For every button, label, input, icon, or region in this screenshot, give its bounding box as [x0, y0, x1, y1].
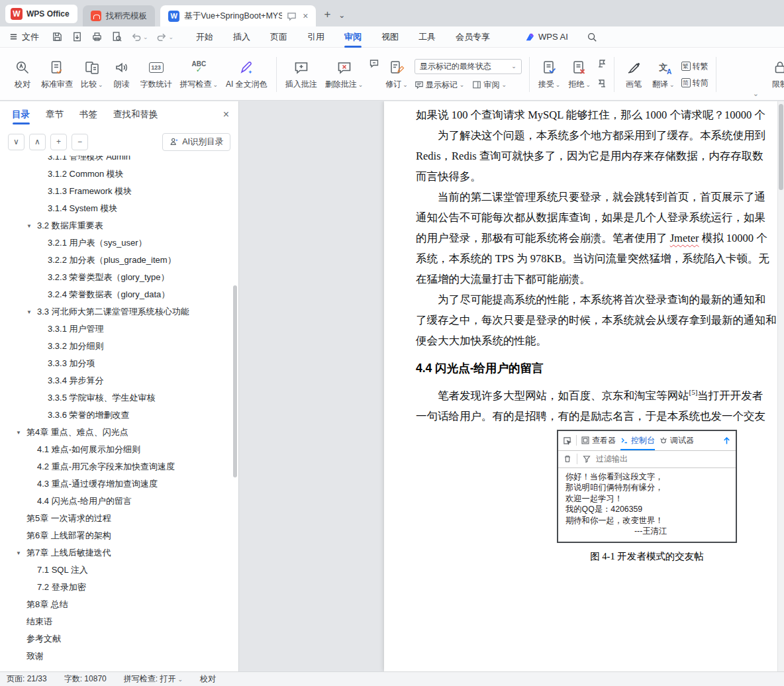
word-count-button[interactable]: 123 字数统计	[136, 51, 176, 98]
toc-item[interactable]: ▼第7章 上线后敏捷迭代	[0, 544, 238, 562]
toc-item[interactable]: 第5章 一次请求的过程	[0, 510, 238, 527]
toc-item[interactable]: 4.2 重点-用冗余字段来加快查询速度	[0, 458, 238, 475]
menu-tab-view[interactable]: 视图	[381, 26, 399, 48]
ai-recognize-toc-button[interactable]: AI识别目录	[162, 133, 230, 151]
word-count-indicator[interactable]: 字数: 10870	[64, 673, 107, 685]
tab-list-icon[interactable]: ⌄	[338, 11, 345, 20]
compare-button[interactable]: 比较⌄	[77, 51, 107, 98]
standard-review-button[interactable]: 标准审查	[37, 51, 77, 98]
toc-item[interactable]: 4.3 重点-通过缓存增加查询速度	[0, 475, 238, 493]
toc-expand-icon[interactable]: ▼	[26, 223, 37, 229]
toc-item[interactable]: ▼3.2 数据库重要表	[0, 217, 238, 234]
export-pdf-icon[interactable]	[71, 31, 83, 43]
delete-comment-button[interactable]: 删除批注⌄	[321, 51, 368, 98]
toc-item[interactable]: 3.2.1 用户表（sys_user）	[0, 234, 238, 252]
toc-item[interactable]: 3.2.3 荣誉类型表（glory_type）	[0, 269, 238, 286]
document-tab[interactable]: W 基于Vue+SpringBoot+MYS ×	[160, 5, 316, 26]
page-indicator[interactable]: 页面: 21/33	[7, 673, 47, 685]
toc-item[interactable]: 3.1.4 System 模块	[0, 200, 238, 217]
toc-item[interactable]: 第8章 总结	[0, 596, 238, 613]
collapse-ribbon-icon[interactable]: ⌄	[753, 89, 759, 98]
toc-item[interactable]: 3.3.1 用户管理	[0, 320, 238, 338]
toc-expand-icon[interactable]: ▼	[16, 550, 26, 556]
toc-item[interactable]: 3.3.3 加分项	[0, 355, 238, 372]
previous-change-icon[interactable]	[595, 56, 609, 71]
toc-item[interactable]: 3.3.6 荣誉的增删改查	[0, 407, 238, 424]
toc-item[interactable]: 3.2.2 加分表（plus_grade_item）	[0, 252, 238, 269]
toc-expand-icon[interactable]: ▼	[16, 430, 26, 436]
accept-button[interactable]: 接受⌄	[534, 51, 565, 98]
file-menu-button[interactable]: 文件	[9, 31, 39, 43]
document-scrollbar[interactable]	[777, 101, 784, 671]
pane-tab-chapters[interactable]: 章节	[46, 101, 64, 128]
devtools-screenshot[interactable]: 查看器 控制台 调试器	[557, 430, 737, 543]
spell-check-button[interactable]: ABC✓ 拼写检查⌄	[176, 51, 222, 98]
menu-tab-insert[interactable]: 插入	[233, 26, 250, 48]
toc-item[interactable]: 3.1.3 Framework 模块	[0, 183, 238, 200]
toc-item[interactable]: 第6章 上线部署的架构	[0, 527, 238, 544]
track-changes-button[interactable]: 修订⌄	[381, 51, 412, 98]
expand-all-button[interactable]: ∧	[29, 134, 46, 150]
menu-tab-member[interactable]: 会员专享	[456, 26, 490, 48]
to-simplified-button[interactable]: 简 转简	[681, 77, 709, 89]
zoom-out-level-button[interactable]: −	[72, 134, 88, 150]
wps-ai-button[interactable]: WPS AI	[524, 32, 568, 42]
toc-item[interactable]: 3.3.5 学院审核、学生处审核	[0, 389, 238, 407]
toc-item[interactable]: 3.3.2 加分细则	[0, 338, 238, 355]
spellcheck-indicator[interactable]: 拼写检查: 打开⌄	[124, 673, 183, 685]
markup-state-dropdown[interactable]: 显示标记的最终状态 ⌄	[415, 59, 522, 74]
toc-item[interactable]: 参考文献	[0, 630, 238, 648]
insert-comment-button[interactable]: 插入批注	[281, 51, 321, 98]
toc-item[interactable]: 7.2 登录加密	[0, 579, 238, 596]
translate-button[interactable]: 文A 翻译⌄	[648, 51, 679, 98]
menu-tab-reference[interactable]: 引用	[307, 26, 324, 48]
docer-template-tab[interactable]: 找稻壳模板	[83, 5, 156, 26]
sidebar-scrollbar[interactable]	[233, 285, 237, 477]
menu-tab-home[interactable]: 开始	[196, 26, 213, 48]
toc-item[interactable]: 3.1.2 Common 模块	[0, 166, 238, 183]
reject-button[interactable]: 拒绝⌄	[564, 51, 595, 98]
new-tab-button[interactable]: +	[324, 8, 330, 21]
toc-expand-icon[interactable]: ▼	[26, 309, 37, 315]
pane-tab-toc[interactable]: 目录	[12, 101, 30, 128]
save-icon[interactable]	[51, 31, 63, 43]
pane-tab-bookmarks[interactable]: 书签	[79, 101, 97, 128]
scrollbar-thumb[interactable]	[779, 104, 783, 190]
toc-item[interactable]: 4.4 闪光点-给用户的留言	[0, 493, 238, 510]
goto-comment-icon[interactable]	[367, 56, 381, 71]
undo-button[interactable]: ⌄	[130, 31, 148, 42]
toc-item[interactable]: 7.1 SQL 注入	[0, 562, 238, 579]
collapse-all-button[interactable]: ∨	[8, 134, 24, 150]
zoom-in-level-button[interactable]: +	[50, 134, 67, 150]
search-icon[interactable]	[587, 32, 597, 42]
wps-office-button[interactable]: W WPS Office	[5, 5, 77, 23]
print-preview-icon[interactable]	[111, 31, 122, 43]
redo-button[interactable]: ⌄	[156, 31, 174, 42]
proofread-indicator[interactable]: 校对	[200, 673, 216, 685]
menu-tab-tools[interactable]: 工具	[418, 26, 436, 48]
pane-tab-find-replace[interactable]: 查找和替换	[113, 101, 158, 128]
print-icon[interactable]	[91, 31, 103, 43]
show-markup-button[interactable]: 显示标记⌄	[415, 79, 465, 91]
comment-bubble-icon[interactable]	[287, 11, 297, 21]
restrict-edit-button[interactable]: 限制	[765, 51, 784, 98]
read-aloud-button[interactable]: 朗读	[107, 51, 136, 98]
proofread-button[interactable]: 校对	[8, 51, 37, 98]
toc-item[interactable]: 结束语	[0, 613, 238, 630]
review-pane-button[interactable]: 审阅⌄	[472, 79, 507, 91]
document-page[interactable]: 如果说 100 个查询请求 MySQL 能够扛住，那么 1000 个请求呢？10…	[384, 101, 784, 671]
toc-item[interactable]: ▼第4章 重点、难点、闪光点	[0, 424, 238, 441]
toc-item[interactable]: 致谢	[0, 648, 238, 665]
menu-tab-review[interactable]: 审阅	[344, 26, 362, 48]
menu-tab-page[interactable]: 页面	[270, 26, 287, 48]
ai-polish-button[interactable]: AI 全文润色	[222, 51, 271, 98]
close-tab-icon[interactable]: ×	[303, 11, 308, 21]
next-change-icon[interactable]	[595, 76, 609, 91]
to-traditional-button[interactable]: 繁 转繁	[681, 61, 709, 72]
toc-item[interactable]: 4.1 难点-如何展示加分细则	[0, 441, 238, 458]
toc-item[interactable]: 3.1.1 管理模块 Admin	[0, 156, 238, 166]
toc-item[interactable]: ▼3.3 河北师大第二课堂管理系统核心功能	[0, 303, 238, 320]
toc-item[interactable]: 3.3.4 异步算分	[0, 372, 238, 389]
brush-button[interactable]: 画笔	[619, 51, 648, 98]
close-pane-icon[interactable]: ×	[223, 109, 229, 121]
